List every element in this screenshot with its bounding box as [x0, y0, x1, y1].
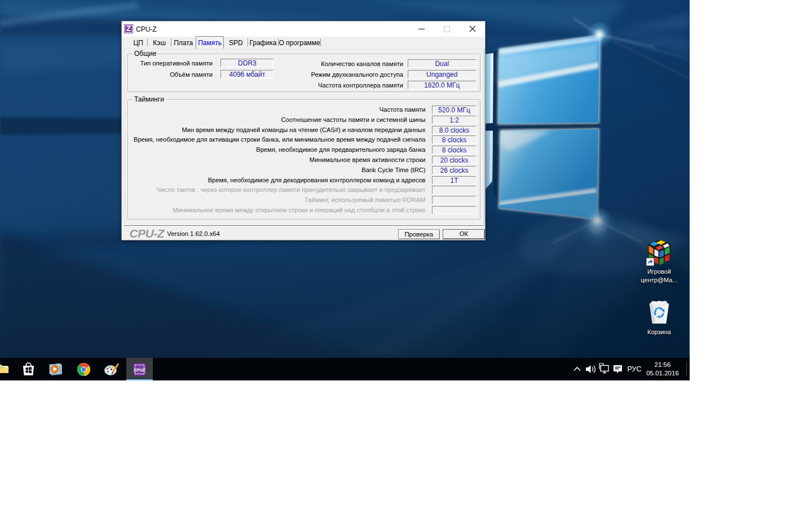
svg-text:CPUZ: CPUZ — [134, 367, 145, 373]
